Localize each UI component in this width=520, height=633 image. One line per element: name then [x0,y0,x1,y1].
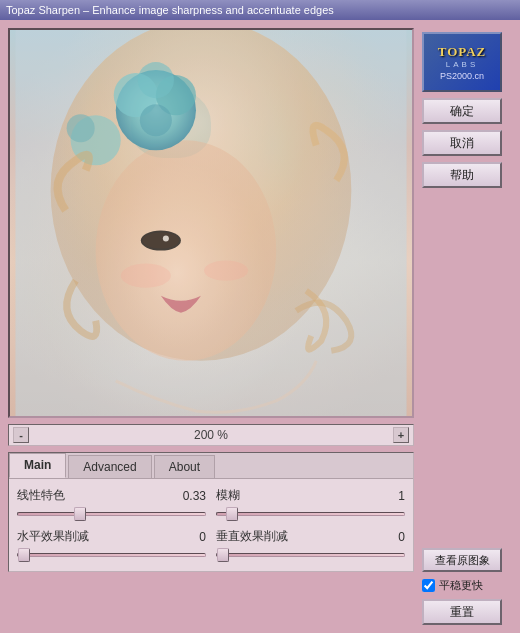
horizontal-reduce-label: 水平效果削减 [17,528,89,545]
tab-advanced[interactable]: Advanced [68,455,151,478]
blur-control: 模糊 1 [216,487,405,522]
tabs-panel: Main Advanced About 线性特色 0.33 [8,452,414,572]
horizontal-reduce-thumb[interactable] [18,548,30,562]
reset-button[interactable]: 重置 [422,599,502,625]
tabs-header: Main Advanced About [9,453,413,479]
vertical-reduce-track [216,553,405,557]
vertical-reduce-row: 垂直效果削减 0 [216,528,405,545]
help-button[interactable]: 帮助 [422,162,502,188]
vertical-reduce-label: 垂直效果削减 [216,528,288,545]
smooth-faster-row: 平稳更快 [422,578,512,593]
right-spacer [422,194,512,542]
topaz-logo: TOPAZ LABS PS2000.cn [422,32,502,92]
zoom-level: 200 % [194,428,228,442]
blur-slider-container [216,506,405,522]
smooth-faster-checkbox[interactable] [422,579,435,592]
tabs-content: 线性特色 0.33 模糊 1 [9,479,413,571]
left-panel: - 200 % + Main Advanced About 线性特色 0.33 [8,28,414,625]
title-bar: Topaz Sharpen – Enhance image sharpness … [0,0,520,20]
vertical-reduce-slider-container [216,547,405,563]
horizontal-reduce-track [17,553,206,557]
smooth-faster-label: 平稳更快 [439,578,483,593]
horizontal-reduce-value: 0 [176,530,206,544]
blur-row: 模糊 1 [216,487,405,504]
linear-feature-track [17,512,206,516]
title-text: Topaz Sharpen – Enhance image sharpness … [6,4,334,16]
linear-feature-thumb[interactable] [74,507,86,521]
cancel-button[interactable]: 取消 [422,130,502,156]
horizontal-reduce-control: 水平效果削减 0 [17,528,206,563]
logo-ps2000-text: PS2000.cn [440,71,484,81]
linear-feature-value: 0.33 [176,489,206,503]
view-original-button[interactable]: 查看原图象 [422,548,502,572]
blur-thumb[interactable] [226,507,238,521]
portrait-svg [10,30,412,416]
tab-about[interactable]: About [154,455,215,478]
blur-value: 1 [375,489,405,503]
linear-feature-control: 线性特色 0.33 [17,487,206,522]
image-preview [8,28,414,418]
vertical-reduce-value: 0 [375,530,405,544]
vertical-reduce-thumb[interactable] [217,548,229,562]
svg-rect-15 [15,30,406,416]
blur-label: 模糊 [216,487,240,504]
preview-image [10,30,412,416]
tab-main[interactable]: Main [9,453,66,478]
linear-feature-label: 线性特色 [17,487,65,504]
linear-feature-row: 线性特色 0.33 [17,487,206,504]
zoom-bar: - 200 % + [8,424,414,446]
logo-topaz-text: TOPAZ [438,44,487,60]
linear-feature-slider-container [17,506,206,522]
controls-grid: 线性特色 0.33 模糊 1 [17,487,405,563]
horizontal-reduce-row: 水平效果削减 0 [17,528,206,545]
zoom-out-button[interactable]: - [13,427,29,443]
main-container: - 200 % + Main Advanced About 线性特色 0.33 [0,20,520,633]
horizontal-reduce-slider-container [17,547,206,563]
zoom-in-button[interactable]: + [393,427,409,443]
right-panel: TOPAZ LABS PS2000.cn 确定 取消 帮助 查看原图象 平稳更快… [422,28,512,625]
vertical-reduce-control: 垂直效果削减 0 [216,528,405,563]
logo-labs-text: LABS [446,60,478,69]
confirm-button[interactable]: 确定 [422,98,502,124]
blur-track [216,512,405,516]
